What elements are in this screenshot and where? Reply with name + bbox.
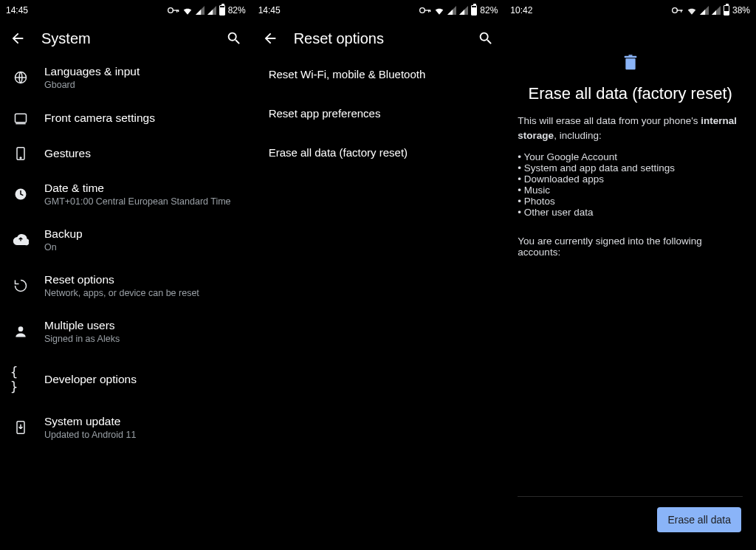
list-item[interactable]: Languages & inputGboard xyxy=(0,55,252,100)
list-item-subtitle: Updated to Android 11 xyxy=(44,430,136,440)
globe-icon xyxy=(10,70,31,85)
list-item[interactable]: Reset Wi-Fi, mobile & Bluetooth xyxy=(252,55,504,94)
svg-rect-13 xyxy=(425,10,430,10)
signal-icon xyxy=(207,6,216,15)
svg-rect-1 xyxy=(172,10,178,10)
vpn-key-icon xyxy=(168,7,179,14)
app-bar: System xyxy=(0,19,252,55)
cloud-icon xyxy=(10,234,31,246)
svg-point-8 xyxy=(20,157,21,159)
clock-icon xyxy=(10,187,31,202)
list-item[interactable]: Gestures xyxy=(0,136,252,171)
svg-point-0 xyxy=(168,8,173,13)
list-item[interactable]: Reset app preferences xyxy=(252,94,504,133)
update-icon xyxy=(10,420,31,435)
list-item[interactable]: Multiple usersSigned in as Aleks xyxy=(0,309,252,354)
status-time: 14:45 xyxy=(6,5,28,16)
screen-factory-reset: 10:42 38% xyxy=(504,0,756,550)
erase-intro: This will erase all data from your phone… xyxy=(518,114,743,144)
settings-list: Languages & inputGboardFront camera sett… xyxy=(0,55,252,450)
svg-rect-17 xyxy=(677,10,683,10)
page-title: Reset options xyxy=(294,30,463,47)
svg-point-12 xyxy=(420,8,425,13)
list-item[interactable]: { }Developer options xyxy=(0,354,252,405)
battery-icon xyxy=(471,5,477,16)
status-time: 10:42 xyxy=(510,5,532,16)
svg-rect-5 xyxy=(16,114,27,123)
bullet-item: Photos xyxy=(518,196,743,207)
signal-icon xyxy=(459,6,468,15)
svg-rect-3 xyxy=(178,10,179,12)
search-icon[interactable] xyxy=(477,30,495,47)
erase-intro-prefix: This will erase all data from your phone… xyxy=(518,115,701,126)
svg-rect-19 xyxy=(625,58,635,69)
erase-intro-suffix: , including: xyxy=(554,130,602,141)
erase-content: Erase all data (factory reset) This will… xyxy=(504,19,756,550)
status-bar: 10:42 38% xyxy=(504,0,756,19)
trash-icon xyxy=(623,55,638,74)
braces-icon: { } xyxy=(10,365,31,394)
bullet-item: Downloaded apps xyxy=(518,173,743,185)
svg-rect-21 xyxy=(628,55,632,56)
bullet-item: Music xyxy=(518,185,743,196)
list-item-title: Languages & input xyxy=(44,65,140,78)
erase-bullet-list: Your Google AccountSystem and app data a… xyxy=(518,151,743,218)
list-item-title: Front camera settings xyxy=(44,111,155,125)
list-item-title: Erase all data (factory reset) xyxy=(269,146,408,159)
back-icon[interactable] xyxy=(261,30,279,47)
erase-footer: Erase all data xyxy=(518,496,743,550)
svg-rect-14 xyxy=(428,10,429,12)
list-item-title: Multiple users xyxy=(44,319,120,332)
signed-accounts-line: You are currently signed into the follow… xyxy=(518,236,743,258)
list-item-title: Developer options xyxy=(44,373,137,386)
status-bar: 14:45 82% xyxy=(252,0,504,19)
battery-pct: 82% xyxy=(480,5,498,16)
signal-icon xyxy=(700,6,709,15)
list-item[interactable]: Erase all data (factory reset) xyxy=(252,133,504,172)
vpn-key-icon xyxy=(419,7,431,14)
list-item-title: Reset app preferences xyxy=(269,107,381,120)
svg-rect-15 xyxy=(430,10,430,12)
battery-pct: 82% xyxy=(228,5,246,16)
status-time: 14:45 xyxy=(258,5,281,16)
reset-icon xyxy=(10,278,31,293)
list-item[interactable]: Reset optionsNetwork, apps, or device ca… xyxy=(0,263,252,309)
wifi-icon xyxy=(434,6,444,15)
status-right: 82% xyxy=(419,5,498,16)
erase-title: Erase all data (factory reset) xyxy=(529,84,732,103)
list-item-subtitle: Signed in as Aleks xyxy=(44,334,120,344)
battery-pct: 38% xyxy=(732,5,750,16)
list-item-subtitle: Gboard xyxy=(44,80,140,90)
user-icon xyxy=(10,324,31,339)
bullet-item: System and app data and settings xyxy=(518,162,743,173)
list-item-title: Backup xyxy=(44,227,83,241)
list-item-title: Reset options xyxy=(44,273,199,286)
bullet-item: Other user data xyxy=(518,207,743,218)
svg-rect-2 xyxy=(176,10,177,12)
status-right: 82% xyxy=(168,5,246,16)
battery-icon xyxy=(724,5,729,16)
signal-icon xyxy=(447,6,456,15)
erase-all-data-button[interactable]: Erase all data xyxy=(657,507,741,532)
list-item[interactable]: Date & timeGMT+01:00 Central European St… xyxy=(0,171,252,217)
list-item[interactable]: Front camera settings xyxy=(0,100,252,136)
screen-system: 14:45 82% xyxy=(0,0,252,550)
wifi-icon xyxy=(687,6,697,15)
signal-icon xyxy=(196,6,205,15)
search-icon[interactable] xyxy=(225,30,243,47)
status-bar: 14:45 82% xyxy=(0,0,252,19)
list-item-title: Date & time xyxy=(44,182,231,195)
reset-options-list: Reset Wi-Fi, mobile & BluetoothReset app… xyxy=(252,55,504,172)
back-icon[interactable] xyxy=(9,30,27,47)
gesture-icon xyxy=(10,146,31,161)
camera-icon xyxy=(10,111,31,126)
battery-icon xyxy=(219,5,225,16)
list-item-subtitle: Network, apps, or device can be reset xyxy=(44,288,199,298)
list-item-title: Gestures xyxy=(44,147,91,160)
list-item[interactable]: BackupOn xyxy=(0,217,252,263)
svg-rect-6 xyxy=(16,123,25,125)
signal-icon xyxy=(712,6,721,15)
list-item[interactable]: System updateUpdated to Android 11 xyxy=(0,405,252,450)
vpn-key-icon xyxy=(672,7,684,14)
screen-reset-options: 14:45 82% xyxy=(252,0,505,550)
